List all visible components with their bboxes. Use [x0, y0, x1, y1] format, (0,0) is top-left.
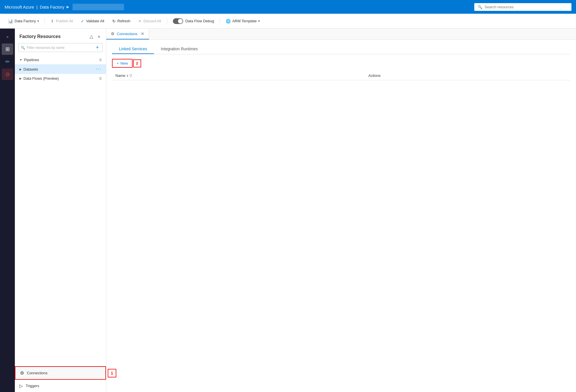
tab-integration-runtimes[interactable]: Integration Runtimes — [154, 44, 205, 54]
sort-icon[interactable]: ⇕ — [126, 74, 129, 77]
factory-resources-panel: Factory Resources △ « 🔍 + ▼ Pipelines 0 … — [15, 29, 106, 392]
add-resource-button[interactable]: + — [95, 45, 100, 51]
discard-icon: ✕ — [138, 19, 142, 23]
top-navigation: Microsoft Azure | Data Factory ▶ 🔍 — [0, 0, 576, 14]
publish-icon: ⬆ — [51, 19, 54, 23]
resource-tree: ▼ Pipelines 0 ▶ Datasets ··· ▶ Data Flow… — [15, 55, 106, 366]
tab-linked-services[interactable]: Linked Services — [112, 44, 154, 54]
triggers-nav-item[interactable]: ▷ Triggers — [15, 380, 106, 392]
datasets-dots[interactable]: ··· — [96, 67, 101, 72]
nav-separator: | — [36, 5, 37, 9]
connections-tab-icon: ⚙ — [111, 31, 115, 36]
name-column-header: Name ⇕ ▽ — [112, 71, 365, 80]
linked-services-table: Name ⇕ ▽ Actions — [112, 71, 570, 80]
tab-close-button[interactable]: ✕ — [141, 31, 144, 36]
app-name-nav: Data Factory — [40, 5, 64, 9]
name-column-label: Name — [115, 73, 125, 78]
sidebar-monitor-button[interactable]: ⊙ — [2, 69, 13, 80]
actions-bar: + New 2 — [112, 59, 570, 68]
breadcrumb-input[interactable] — [73, 4, 124, 10]
expand-sidebar-button[interactable]: » — [2, 31, 13, 42]
data-flow-debug-toggle[interactable]: Data Flow Debug — [169, 17, 217, 26]
datasets-label: Datasets — [23, 67, 38, 71]
main-layout: » ⊞ ✏ ⊙ Factory Resources △ « 🔍 + ▼ — [0, 29, 576, 392]
data-factory-label: Data Factory — [15, 19, 36, 23]
pipelines-count: 0 — [99, 58, 101, 62]
refresh-label: Refresh — [117, 19, 131, 23]
new-linked-service-button[interactable]: + New — [112, 59, 133, 68]
toolbar-separator-3 — [220, 18, 220, 25]
validate-icon: ✓ — [81, 19, 84, 23]
tab-bar: ⚙ Connections ✕ — [106, 29, 576, 40]
search-bar-icon: 🔍 — [21, 46, 25, 50]
validate-all-button[interactable]: ✓ Validate All — [77, 17, 107, 25]
pipelines-arrow-icon: ▼ — [19, 58, 22, 61]
content-inner: Linked Services Integration Runtimes + N… — [106, 40, 576, 392]
connections-nav-item[interactable]: ⚙ Connections — [15, 366, 106, 380]
connections-row: ⚙ Connections 1 — [15, 366, 106, 380]
connections-label: Connections — [27, 371, 47, 375]
pipelines-label: Pipelines — [24, 58, 39, 62]
toggle-switch[interactable] — [173, 18, 183, 24]
data-flow-debug-label: Data Flow Debug — [185, 19, 214, 23]
discard-all-button[interactable]: ✕ Discard All — [135, 17, 164, 25]
toolbar: 📊 Data Factory ▾ ⬆ Publish All ✓ Validat… — [0, 14, 576, 29]
sidebar-icon-bar: » ⊞ ✏ ⊙ — [0, 29, 15, 392]
chevron-double-icon: » — [6, 35, 8, 39]
toolbar-separator-2 — [167, 18, 167, 25]
search-icon: 🔍 — [478, 5, 482, 9]
filter-search-bar: 🔍 + — [18, 43, 103, 52]
connections-tab-label: Connections — [117, 32, 137, 36]
connections-tab[interactable]: ⚙ Connections ✕ — [106, 29, 149, 39]
publish-all-button[interactable]: ⬆ Publish All — [47, 17, 76, 25]
grid-icon: ⊞ — [5, 46, 10, 52]
arm-dropdown-icon: ▾ — [258, 19, 260, 23]
filter-icon[interactable]: ▽ — [129, 74, 132, 78]
sub-tabs: Linked Services Integration Runtimes — [112, 44, 570, 54]
triggers-label: Triggers — [26, 384, 39, 388]
triggers-icon: ▷ — [19, 383, 23, 389]
search-input[interactable] — [485, 5, 568, 9]
pipelines-tree-item[interactable]: ▼ Pipelines 0 — [15, 55, 106, 64]
dataflows-count: 0 — [99, 77, 101, 81]
data-factory-button[interactable]: 📊 Data Factory ▾ — [5, 17, 42, 25]
dropdown-chevron-icon: ▾ — [37, 19, 39, 23]
sidebar-pencil-button[interactable]: ✏ — [2, 56, 13, 67]
arm-template-button[interactable]: 🌐 ARM Template ▾ — [222, 17, 263, 25]
refresh-button[interactable]: ↻ Refresh — [109, 17, 134, 25]
arm-template-label: ARM Template — [232, 19, 257, 23]
nav-chevron: ▶ — [67, 5, 69, 9]
toolbar-separator-1 — [45, 18, 45, 25]
collapse-icon-button[interactable]: △ — [89, 33, 94, 40]
resources-panel-header: Factory Resources △ « — [15, 29, 106, 43]
new-button-wrapper: + New 2 — [112, 59, 141, 68]
validate-all-label: Validate All — [86, 19, 104, 23]
dataflows-tree-item[interactable]: ▶ Data Flows (Preview) 0 — [15, 74, 106, 83]
main-content-area: ⚙ Connections ✕ Linked Services Integrat… — [106, 29, 576, 392]
annotation-badge-1: 1 — [108, 369, 116, 377]
dataflows-label: Data Flows (Preview) — [23, 76, 59, 81]
refresh-icon: ↻ — [112, 19, 116, 23]
actions-column-header: Actions — [365, 71, 570, 80]
dataflows-arrow-icon: ▶ — [19, 77, 22, 80]
arm-icon: 🌐 — [226, 19, 231, 23]
azure-brand: Microsoft Azure — [5, 5, 34, 9]
annotation-badge-2: 2 — [133, 59, 141, 67]
factory-resources-title: Factory Resources — [19, 34, 61, 39]
discard-all-label: Discard All — [143, 19, 161, 23]
sidebar-grid-button[interactable]: ⊞ — [2, 43, 13, 55]
datasets-tree-item[interactable]: ▶ Datasets ··· — [15, 64, 106, 74]
data-factory-icon: 📊 — [8, 19, 13, 23]
publish-all-label: Publish All — [56, 19, 73, 23]
brand-label: Microsoft Azure | Data Factory ▶ — [5, 5, 69, 9]
new-plus-icon: + — [117, 61, 119, 65]
datasets-arrow-icon: ▶ — [19, 68, 22, 71]
search-box-container: 🔍 — [474, 3, 571, 11]
filter-resources-input[interactable] — [27, 46, 92, 50]
connections-icon: ⚙ — [20, 370, 24, 376]
sidebar-bottom-nav: ⚙ Connections 1 ▷ Triggers — [15, 366, 106, 392]
collapse-double-button[interactable]: « — [97, 33, 101, 40]
header-icons: △ « — [89, 33, 101, 40]
pencil-icon: ✏ — [5, 59, 10, 65]
new-label: New — [121, 61, 128, 65]
